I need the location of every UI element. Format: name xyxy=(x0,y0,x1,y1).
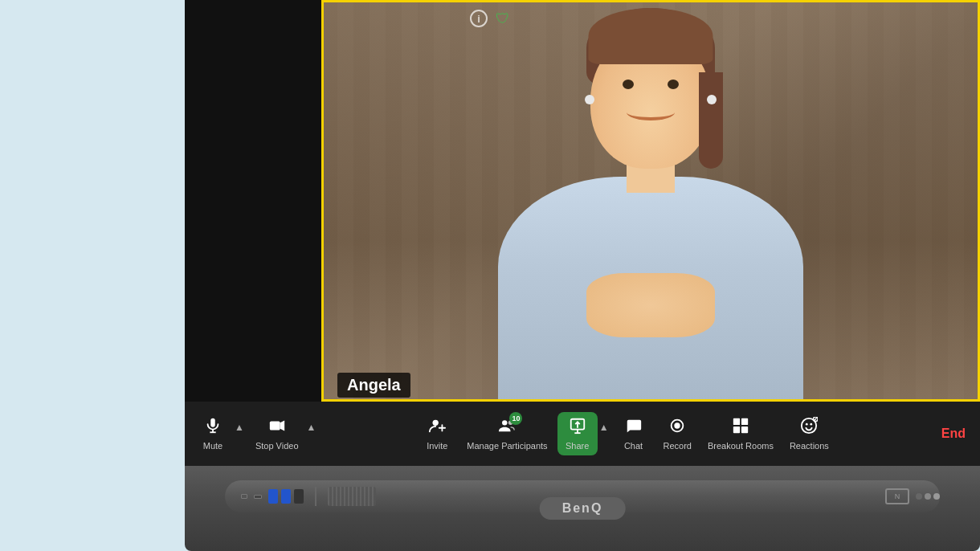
breakout-icon xyxy=(732,417,749,438)
stop-video-label: Stop Video xyxy=(255,441,299,451)
reactions-label: Reactions xyxy=(790,441,829,451)
toggle-area xyxy=(916,493,940,500)
nfc-icon: N xyxy=(885,488,909,504)
invite-button[interactable]: Invite xyxy=(417,412,457,455)
share-button[interactable]: Share xyxy=(557,412,598,455)
brand-logo-area: BenQ xyxy=(540,497,626,520)
mute-caret[interactable]: ▲ xyxy=(233,418,246,436)
svg-point-8 xyxy=(503,420,508,425)
svg-marker-4 xyxy=(280,421,284,431)
mute-label: Mute xyxy=(203,441,223,451)
toolbar: Mute ▲ Stop Video ▲ xyxy=(185,402,980,466)
record-button[interactable]: Record xyxy=(657,412,698,455)
stop-video-group: Stop Video ▲ xyxy=(249,412,318,455)
svg-point-21 xyxy=(806,423,808,426)
reactions-button[interactable]: Reactions xyxy=(783,412,835,455)
svg-rect-18 xyxy=(733,427,740,433)
svg-rect-19 xyxy=(741,427,748,433)
shield-icon: 🛡 xyxy=(494,10,512,27)
stand-right: N xyxy=(885,480,940,512)
manage-participants-button[interactable]: 10 Manage Participants xyxy=(460,412,553,455)
chat-button[interactable]: Chat xyxy=(614,412,654,455)
usb-ports xyxy=(268,489,304,504)
share-label: Share xyxy=(566,441,589,451)
toggle-dot-1 xyxy=(916,493,922,500)
camera-icon xyxy=(268,417,286,438)
breakout-label: Breakout Rooms xyxy=(708,441,774,451)
mute-button[interactable]: Mute xyxy=(193,412,233,455)
usb-blue-2 xyxy=(281,489,291,504)
monitor-screen: i 🛡 Angela xyxy=(185,0,980,466)
svg-rect-3 xyxy=(270,422,280,431)
breakout-rooms-button[interactable]: Breakout Rooms xyxy=(701,412,780,455)
svg-rect-16 xyxy=(733,418,740,425)
main-video: i 🛡 Angela xyxy=(321,0,980,466)
info-icon: i xyxy=(470,10,488,27)
port-left xyxy=(241,494,247,499)
video-area: i 🛡 Angela xyxy=(185,0,980,466)
svg-point-22 xyxy=(811,423,813,426)
usb-blue-1 xyxy=(268,489,278,504)
mute-group: Mute ▲ xyxy=(193,412,246,455)
toggle-dot-2 xyxy=(925,493,931,500)
participants-label: Manage Participants xyxy=(467,441,547,451)
svg-point-15 xyxy=(675,422,680,428)
toggle-dot-3 xyxy=(933,493,940,500)
svg-rect-17 xyxy=(741,418,748,425)
share-icon xyxy=(569,417,586,438)
port-mini xyxy=(254,495,262,499)
chat-label: Chat xyxy=(624,441,643,451)
share-caret[interactable]: ▲ xyxy=(598,418,610,436)
chat-icon xyxy=(625,417,643,438)
svg-point-5 xyxy=(433,420,439,426)
brand-logo: BenQ xyxy=(562,501,603,516)
monitor: i 🛡 Angela xyxy=(185,0,980,551)
svg-rect-0 xyxy=(210,418,215,427)
microphone-icon xyxy=(204,417,222,438)
status-icons: i 🛡 xyxy=(470,10,512,27)
share-group: Share ▲ xyxy=(557,412,610,455)
black-panel xyxy=(185,0,321,466)
participant-name-label: Angela xyxy=(337,373,410,398)
record-icon xyxy=(668,417,686,438)
stop-video-button[interactable]: Stop Video xyxy=(249,412,305,455)
speaker-grill xyxy=(328,487,376,506)
monitor-stand: BenQ N xyxy=(185,466,980,551)
usb-black xyxy=(294,489,304,504)
end-button[interactable]: End xyxy=(935,427,972,441)
invite-icon xyxy=(428,417,446,438)
record-label: Record xyxy=(664,441,692,451)
video-caret[interactable]: ▲ xyxy=(305,418,318,436)
divider xyxy=(315,487,316,506)
participants-icon: 10 xyxy=(498,417,516,438)
invite-label: Invite xyxy=(427,441,447,451)
reactions-icon xyxy=(800,417,818,438)
